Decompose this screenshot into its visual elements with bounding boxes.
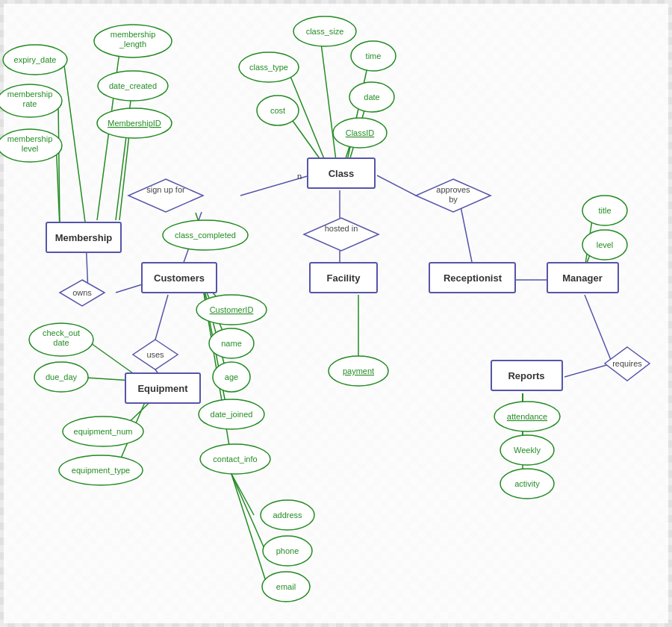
phone-attr: phone bbox=[263, 536, 312, 566]
membership-rate-label2: rate bbox=[23, 99, 37, 108]
customerid-attr: CustomerID bbox=[196, 295, 267, 325]
approves-label2: by bbox=[449, 195, 458, 204]
time-label: time bbox=[366, 52, 382, 60]
cost-attr: cost bbox=[257, 96, 299, 125]
title-attr: title bbox=[582, 196, 627, 225]
class-label: Class bbox=[329, 168, 355, 179]
requires-label: requires bbox=[612, 359, 642, 368]
facility-entity: Facility bbox=[310, 263, 377, 293]
equipment-type-label: equipment_type bbox=[72, 466, 130, 475]
class-type-label: class_type bbox=[249, 63, 288, 72]
time-attr: time bbox=[351, 41, 396, 71]
membership-rate-attr: membership rate bbox=[0, 84, 62, 117]
reports-label: Reports bbox=[508, 370, 544, 381]
cardinality-n: n bbox=[297, 172, 302, 181]
name-label: name bbox=[221, 339, 242, 348]
date-attr: date bbox=[349, 82, 394, 112]
membership-length-label2: _length bbox=[119, 40, 146, 49]
approves-label: approves bbox=[436, 185, 470, 194]
membership-length-label: membership bbox=[111, 30, 156, 39]
owns-label: owns bbox=[72, 288, 92, 297]
payment-attr: payment bbox=[329, 356, 388, 386]
equipment-entity: Equipment bbox=[125, 373, 200, 403]
class-type-attr: class_type bbox=[239, 52, 299, 82]
attendance-attr: attendance bbox=[494, 402, 560, 431]
signup-label: sign up for bbox=[146, 185, 185, 194]
date-created-label: date_created bbox=[109, 81, 157, 90]
date-joined-attr: date_joined bbox=[199, 399, 264, 429]
checkout-date-label: check_out bbox=[43, 328, 80, 337]
age-label: age bbox=[225, 372, 238, 381]
contact-info-label: contact_info bbox=[213, 455, 257, 464]
equipment-num-label: equipment_num bbox=[74, 427, 133, 436]
activity-label: activity bbox=[514, 479, 540, 488]
level-label: level bbox=[597, 240, 614, 249]
uses-label: uses bbox=[146, 350, 164, 359]
svg-rect-5 bbox=[4, 4, 668, 623]
due-day-attr: due_day bbox=[34, 362, 88, 392]
expiry-date-label: expiry_date bbox=[14, 55, 57, 64]
membership-entity: Membership bbox=[46, 222, 121, 252]
receptionist-label: Receptionist bbox=[444, 272, 503, 284]
receptionist-entity: Receptionist bbox=[429, 263, 515, 293]
date-joined-label: date_joined bbox=[211, 410, 253, 419]
cost-label: cost bbox=[270, 106, 285, 115]
date-created-attr: date_created bbox=[98, 71, 168, 101]
email-attr: email bbox=[262, 572, 310, 602]
class-completed-attr: class_completed bbox=[163, 220, 248, 250]
er-diagram: Membership Customers Class Facility Rece… bbox=[0, 0, 672, 627]
manager-label: Manager bbox=[562, 272, 602, 284]
membershipid-attr: MembershipID bbox=[97, 108, 172, 138]
weekly-label: Weekly bbox=[514, 446, 541, 455]
classid-attr: ClassID bbox=[333, 118, 387, 148]
contact-info-attr: contact_info bbox=[200, 444, 270, 474]
membership-level-label2: level bbox=[22, 144, 39, 153]
classid-label: ClassID bbox=[346, 128, 375, 137]
customerid-label: CustomerID bbox=[210, 305, 254, 314]
name-attr: name bbox=[209, 328, 254, 358]
expiry-date-attr: expiry_date bbox=[3, 45, 67, 75]
manager-entity: Manager bbox=[547, 263, 618, 293]
equipment-num-attr: equipment_num bbox=[63, 417, 143, 446]
membership-level-label: membership bbox=[7, 134, 53, 143]
age-attr: age bbox=[213, 362, 250, 392]
equipment-label: Equipment bbox=[137, 383, 188, 394]
address-label: address bbox=[273, 511, 302, 520]
payment-label: payment bbox=[343, 366, 374, 375]
hostedin-label: hosted in bbox=[325, 224, 358, 233]
class-completed-label: class_completed bbox=[175, 231, 236, 240]
facility-label: Facility bbox=[327, 272, 361, 284]
activity-attr: activity bbox=[500, 469, 554, 499]
phone-label: phone bbox=[276, 546, 299, 555]
checkout-date-attr: check_out date bbox=[29, 323, 93, 356]
email-label: email bbox=[276, 582, 296, 591]
class-size-attr: class_size bbox=[293, 16, 356, 46]
reports-entity: Reports bbox=[491, 361, 562, 390]
due-day-label: due_day bbox=[46, 372, 78, 381]
customers-entity: Customers bbox=[142, 263, 217, 293]
membership-level-attr: membership level bbox=[0, 129, 62, 162]
customers-label: Customers bbox=[154, 272, 205, 284]
title-label: title bbox=[598, 206, 611, 215]
membership-rate-label: membership bbox=[7, 90, 53, 99]
membership-label: Membership bbox=[55, 232, 113, 243]
class-size-label: class_size bbox=[306, 27, 344, 36]
equipment-type-attr: equipment_type bbox=[59, 455, 143, 485]
checkout-date-label2: date bbox=[53, 338, 69, 347]
address-attr: address bbox=[261, 500, 314, 530]
membership-length-attr: membership _length bbox=[94, 25, 172, 57]
weekly-attr: Weekly bbox=[500, 435, 554, 465]
attendance-label: attendance bbox=[507, 412, 547, 421]
class-entity: Class bbox=[308, 158, 375, 188]
level-attr: level bbox=[582, 230, 627, 260]
membershipid-label: MembershipID bbox=[108, 119, 161, 128]
date-label: date bbox=[364, 93, 379, 102]
